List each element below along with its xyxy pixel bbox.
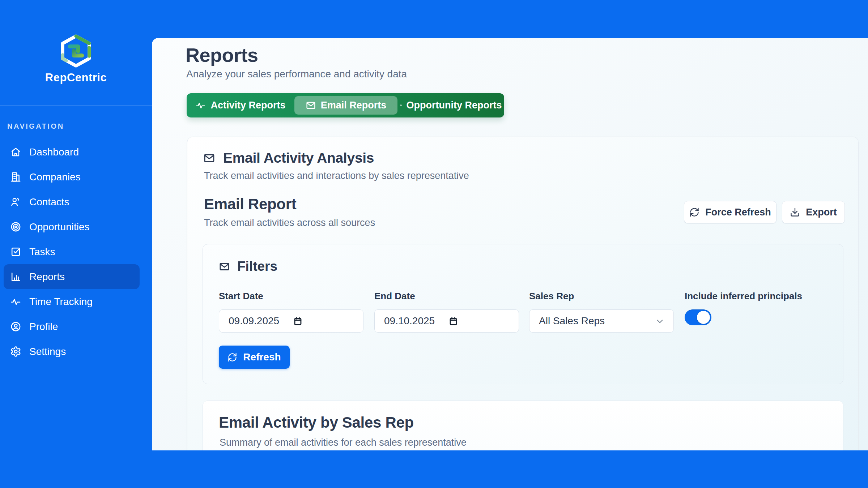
sidebar-item-dashboard[interactable]: Dashboard bbox=[4, 140, 140, 164]
sidebar-item-label: Contacts bbox=[29, 196, 69, 208]
bar-chart-icon bbox=[10, 271, 21, 282]
sidebar-item-label: Dashboard bbox=[29, 146, 79, 158]
activity-icon bbox=[10, 296, 21, 307]
force-refresh-button[interactable]: Force Refresh bbox=[684, 201, 776, 223]
end-date-field: End Date 09.10.2025 bbox=[374, 291, 519, 302]
card-heading: Email Activity Analysis bbox=[203, 150, 374, 166]
button-label: Force Refresh bbox=[705, 207, 771, 218]
page-title: Reports bbox=[186, 44, 258, 66]
mail-icon bbox=[203, 152, 215, 164]
include-principals-field: Include inferred principals bbox=[685, 291, 829, 302]
sales-rep-label: Sales Rep bbox=[529, 291, 674, 302]
sidebar-item-contacts[interactable]: Contacts bbox=[4, 189, 140, 214]
include-principals-toggle[interactable] bbox=[685, 309, 711, 325]
start-date-value: 09.09.2025 bbox=[229, 315, 279, 327]
analysis-title: Email Activity Analysis bbox=[223, 150, 374, 166]
start-date-label: Start Date bbox=[219, 291, 363, 302]
app-root: RepCentric NAVIGATION Dashboard Companie… bbox=[0, 0, 868, 488]
refresh-button[interactable]: Refresh bbox=[219, 346, 290, 369]
brand-name: RepCentric bbox=[0, 71, 152, 84]
chevron-down-icon bbox=[655, 316, 665, 326]
nav-section-label: NAVIGATION bbox=[7, 122, 64, 130]
refresh-icon bbox=[689, 207, 699, 217]
tab-label: Opportunity Reports bbox=[407, 100, 502, 111]
tab-opportunity-reports[interactable]: Opportunity Reports bbox=[397, 93, 504, 117]
sidebar-item-label: Opportunities bbox=[29, 221, 90, 233]
email-activity-by-rep-card: Email Activity by Sales Rep Summary of e… bbox=[203, 401, 843, 450]
end-date-input[interactable]: 09.10.2025 bbox=[374, 309, 519, 333]
tab-label: Email Reports bbox=[321, 100, 387, 111]
user-circle-icon bbox=[10, 321, 21, 332]
sidebar-item-opportunities[interactable]: Opportunities bbox=[4, 214, 140, 239]
start-date-input[interactable]: 09.09.2025 bbox=[219, 309, 363, 333]
sidebar-item-label: Tasks bbox=[29, 246, 55, 258]
filters-panel: Filters Start Date 09.09.2025 End Date 0… bbox=[203, 244, 843, 384]
report-title: Email Report bbox=[204, 196, 296, 213]
export-button[interactable]: Export bbox=[782, 201, 845, 223]
dot-icon bbox=[400, 104, 402, 106]
sales-rep-field: Sales Rep All Sales Reps bbox=[529, 291, 674, 302]
filters-heading: Filters bbox=[219, 259, 277, 274]
refresh-icon bbox=[227, 352, 237, 362]
end-date-value: 09.10.2025 bbox=[384, 315, 435, 327]
sidebar-item-label: Settings bbox=[29, 346, 66, 358]
analysis-subtitle: Track email activities and interactions … bbox=[204, 170, 469, 181]
target-icon bbox=[10, 221, 21, 232]
main-content: Reports Analyze your sales performance a… bbox=[152, 38, 868, 450]
button-label: Refresh bbox=[243, 351, 281, 363]
sidebar-item-label: Profile bbox=[29, 321, 58, 333]
download-icon bbox=[790, 207, 800, 217]
sidebar: RepCentric NAVIGATION Dashboard Companie… bbox=[0, 0, 152, 488]
mail-icon bbox=[219, 261, 230, 272]
check-square-icon bbox=[10, 246, 21, 257]
end-date-label: End Date bbox=[374, 291, 519, 302]
start-date-field: Start Date 09.09.2025 bbox=[219, 291, 363, 302]
sidebar-item-time-tracking[interactable]: Time Tracking bbox=[4, 289, 140, 314]
section-subtitle: Summary of email activities for each sal… bbox=[220, 437, 467, 448]
sidebar-item-settings[interactable]: Settings bbox=[4, 339, 140, 364]
sidebar-item-companies[interactable]: Companies bbox=[4, 164, 140, 189]
sidebar-item-tasks[interactable]: Tasks bbox=[4, 239, 140, 264]
activity-icon bbox=[195, 100, 206, 111]
section-title: Email Activity by Sales Rep bbox=[219, 414, 414, 431]
sales-rep-value: All Sales Reps bbox=[539, 315, 605, 327]
sidebar-item-profile[interactable]: Profile bbox=[4, 314, 140, 339]
filters-title: Filters bbox=[237, 259, 277, 274]
sales-rep-select[interactable]: All Sales Reps bbox=[529, 309, 674, 333]
sidebar-divider bbox=[0, 106, 152, 106]
tab-activity-reports[interactable]: Activity Reports bbox=[187, 93, 294, 117]
toggle-knob bbox=[697, 311, 710, 324]
tab-label: Activity Reports bbox=[210, 100, 285, 111]
page-subtitle: Analyze your sales performance and activ… bbox=[186, 68, 407, 80]
home-icon bbox=[10, 146, 21, 158]
sidebar-item-reports[interactable]: Reports bbox=[4, 264, 140, 289]
sidebar-nav: Dashboard Companies Contacts Opportuniti… bbox=[4, 140, 140, 364]
users-icon bbox=[10, 196, 21, 207]
calendar-icon[interactable] bbox=[448, 316, 458, 326]
gear-icon bbox=[10, 346, 21, 357]
tab-email-reports[interactable]: Email Reports bbox=[294, 96, 397, 115]
mail-icon bbox=[306, 100, 316, 111]
calendar-icon[interactable] bbox=[293, 316, 303, 326]
report-subtitle: Track email activities across all source… bbox=[204, 217, 375, 228]
sidebar-item-label: Time Tracking bbox=[29, 296, 93, 308]
reports-tabbar: Activity Reports Email Reports Opportuni… bbox=[187, 93, 504, 117]
brand: RepCentric bbox=[0, 34, 152, 84]
include-principals-label: Include inferred principals bbox=[685, 291, 829, 302]
email-activity-analysis-card: Email Activity Analysis Track email acti… bbox=[187, 137, 859, 450]
sidebar-item-label: Companies bbox=[29, 171, 81, 183]
button-label: Export bbox=[806, 207, 837, 218]
repcentric-logo-icon bbox=[61, 34, 91, 69]
sidebar-item-label: Reports bbox=[29, 271, 65, 283]
building-icon bbox=[10, 171, 21, 183]
